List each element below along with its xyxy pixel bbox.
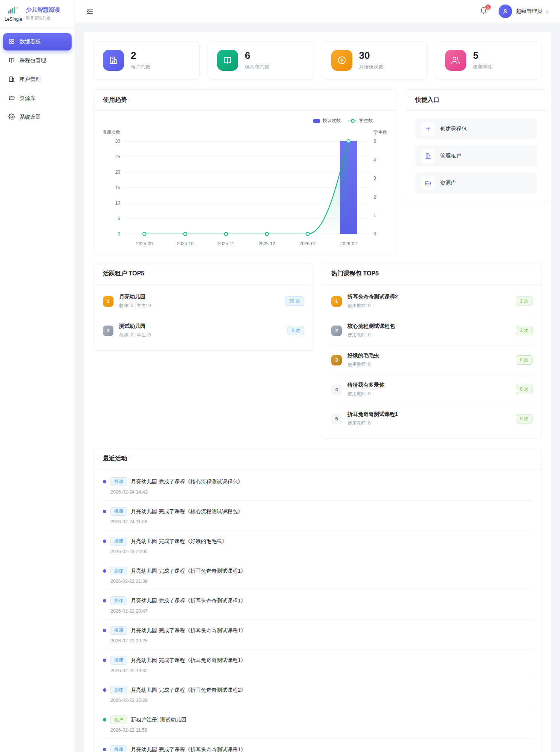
active-tenants-card: 活跃租户 TOP5 1 月亮幼儿园 教师: 0 | 学生: 0 30 次 2 测… [93,263,314,351]
package-rank-row[interactable]: 4 猜猜我有多爱你 使用教师: 0 0 次 [331,375,532,404]
svg-text:1: 1 [373,213,376,218]
activity-text: 月亮幼儿园 完成了课程《核心流程测试课程包》 [131,478,243,485]
activity-dot [103,599,106,602]
hot-packages-card: 热门课程包 TOP5 1 折耳兔奇奇测试课程2 使用教师: 0 2 次 2 核心… [322,263,542,439]
topbar: 5 超级管理员 [75,0,560,23]
package-meta: 使用教师: 0 [347,391,516,397]
svg-text:0: 0 [373,231,376,237]
notification-bell-icon[interactable]: 5 [480,7,487,16]
activity-dot [103,748,106,751]
stats-row: 2 租户总数 6 课程包总数 [93,41,542,79]
dashboard-container: 2 租户总数 6 课程包总数 [84,32,551,752]
activity-text: 新租户注册: 测试幼儿园 [131,717,187,723]
quick-entry-card: 快捷入口 创建课程包 [406,89,546,203]
sidebar-item-tenants[interactable]: 租户管理 [3,71,72,88]
usage-trend-card: 使用趋势 授课次数 学生数 051015202530012345授课次数学生数2… [93,89,396,254]
package-meta: 使用教师: 0 [347,303,516,309]
activity-text: 月亮幼儿园 完成了课程《折耳兔奇奇测试课程1》 [131,568,246,575]
sidebar-item-label: 课程包管理 [20,57,46,64]
notification-badge: 5 [485,4,491,11]
legend-item-line[interactable]: 学生数 [348,118,373,124]
topbar-right: 5 超级管理员 [480,5,549,18]
svg-text:10: 10 [115,200,121,206]
sidebar: LeSingle 少儿智慧阅读 服务管理后台 数据看板 课程包管 [0,0,75,752]
activity-text: 月亮幼儿园 完成了课程《折耳兔奇奇测试课程1》 [131,657,246,664]
rank-badge: 1 [331,296,342,307]
svg-text:2025-12: 2025-12 [259,241,275,246]
activity-row: 授课 月亮幼儿园 完成了课程《折耳兔奇奇测试课程1》 2026-02-22 19… [103,650,532,679]
activity-tag: 授课 [110,537,127,546]
rank-badge: 1 [103,296,113,307]
tenant-rank-row[interactable]: 1 月亮幼儿园 教师: 0 | 学生: 0 30 次 [103,287,304,316]
usage-count-badge: 0 次 [516,414,532,423]
activity-row: 授课 月亮幼儿园 完成了课程《折耳兔奇奇测试课程1》 2026-02-22 20… [103,590,532,620]
activity-text: 月亮幼儿园 完成了课程《折耳兔奇奇测试课程1》 [131,746,246,752]
sidebar-item-course-packages[interactable]: 课程包管理 [3,52,72,69]
chevron-down-icon[interactable] [545,9,549,14]
svg-text:2025-10: 2025-10 [177,241,193,246]
activity-time: 2026-02-22 19:32 [110,668,532,673]
sidebar-item-settings[interactable]: 系统设置 [3,109,72,126]
sidebar-item-label: 资源库 [20,95,35,102]
main-content: 2 租户总数 6 课程包总数 [75,23,560,752]
active-tenants-list: 1 月亮幼儿园 教师: 0 | 学生: 0 30 次 2 测试幼儿园 教师: 0… [94,284,313,350]
sidebar-collapse-icon[interactable] [86,7,94,15]
sidebar-item-dashboard[interactable]: 数据看板 [3,33,72,50]
activity-text: 月亮幼儿园 完成了课程《折耳兔奇奇测试课程1》 [131,627,246,634]
folder-icon [8,95,15,102]
gear-icon [8,113,15,121]
svg-text:5: 5 [118,216,120,221]
rank-badge: 5 [331,414,342,424]
legend-item-bar[interactable]: 授课次数 [313,118,341,124]
svg-text:5: 5 [373,139,376,144]
quick-item-create-package[interactable]: 创建课程包 [415,118,537,139]
bar-swatch [313,119,320,123]
activity-time: 2026-02-22 20:47 [110,608,532,614]
activity-row: 授课 月亮幼儿园 完成了课程《折耳兔奇奇测试课程1》 2026-02-22 20… [103,620,532,650]
tenant-name: 测试幼儿园 [119,323,288,330]
activity-dot [103,629,106,632]
tenant-rank-row[interactable]: 2 测试幼儿园 教师: 0 | 学生: 0 0 次 [103,316,304,345]
package-name: 猜猜我有多爱你 [347,382,516,388]
line-swatch [348,121,357,121]
activity-row: 授课 月亮幼儿园 完成了课程《折耳兔奇奇测试课程2》 2026-02-22 15… [103,679,532,709]
package-rank-row[interactable]: 3 好饿的毛毛虫 使用教师: 0 0 次 [331,345,532,375]
activity-tag: 授课 [110,656,127,665]
svg-text:2025-11: 2025-11 [218,241,234,246]
package-rank-row[interactable]: 1 折耳兔奇奇测试课程2 使用教师: 0 2 次 [331,287,532,316]
svg-text:0: 0 [118,231,120,237]
package-rank-row[interactable]: 5 折耳兔奇奇测试课程1 使用教师: 0 0 次 [331,404,532,433]
chart-legend: 授课次数 学生数 [103,118,373,124]
stat-card-tenants: 2 租户总数 [93,41,200,79]
svg-text:15: 15 [115,185,121,190]
hot-packages-list: 1 折耳兔奇奇测试课程2 使用教师: 0 2 次 2 核心流程测试课程包 使用教… [322,284,542,439]
package-rank-row[interactable]: 2 核心流程测试课程包 使用教师: 0 2 次 [331,316,532,345]
legend-label: 学生数 [359,118,373,124]
package-meta: 使用教师: 0 [347,420,516,426]
lesson-count-badge: 0 次 [288,326,304,335]
rank-badge: 4 [331,384,342,395]
building-icon [103,50,124,71]
card-title: 使用趋势 [94,90,396,111]
rank-badge: 2 [331,326,342,336]
activity-time: 2026-02-22 21:39 [110,579,532,584]
quick-entry-list: 创建课程包 管理租户 [406,111,546,203]
lesson-count-badge: 30 次 [285,297,304,306]
stat-label: 月授课次数 [359,64,384,70]
activity-dot [103,510,106,513]
svg-text:授课次数: 授课次数 [103,130,120,135]
usage-count-badge: 0 次 [516,355,532,365]
activity-text: 月亮幼儿园 完成了课程《折耳兔奇奇测试课程2》 [131,687,246,694]
avatar[interactable] [499,5,512,18]
sidebar-item-label: 系统设置 [20,114,41,121]
logo-bars-icon [8,5,19,16]
usage-count-badge: 0 次 [516,385,532,394]
activity-tag: 授课 [110,596,127,605]
quick-item-manage-tenants[interactable]: 管理租户 [415,145,537,167]
quick-item-label: 创建课程包 [440,125,467,132]
students-icon [445,50,466,71]
stat-label: 覆盖学生 [473,64,493,70]
quick-item-resources[interactable]: 资源库 [415,173,537,194]
sidebar-item-resources[interactable]: 资源库 [3,90,72,107]
user-name[interactable]: 超级管理员 [516,8,542,15]
